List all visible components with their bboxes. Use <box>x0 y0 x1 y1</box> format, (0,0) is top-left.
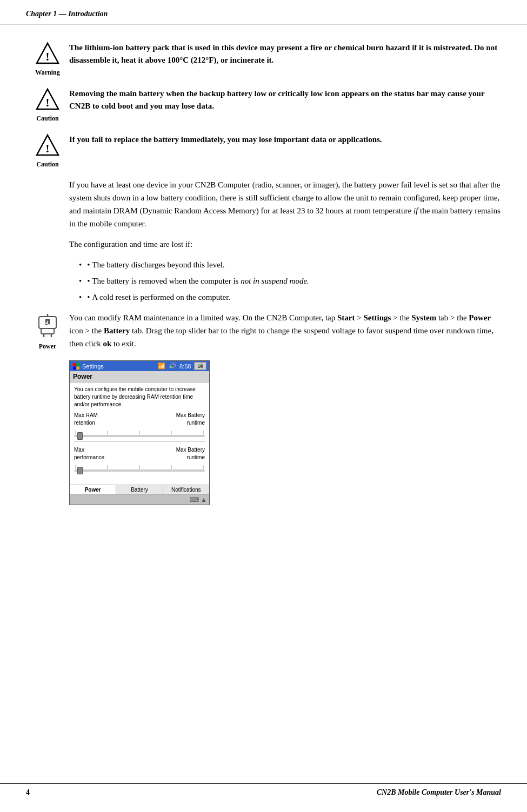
bullet-text-3: A cold reset is performed on the compute… <box>92 291 230 304</box>
caution1-icon-col: ! Caution <box>26 86 69 123</box>
screenshot-container: Settings 📶 🔊 8:58 ok Power You can confi… <box>69 360 501 505</box>
slider2-labels: Maxperformance Max Batteryruntime <box>74 446 205 461</box>
slider1-right-label: Max Batteryruntime <box>176 412 205 427</box>
list-item: • The battery is removed when the comput… <box>79 274 501 287</box>
warning-notice: ! Warning The lithium-ion battery pack t… <box>26 41 501 77</box>
system-bold: System <box>411 313 436 322</box>
svg-text:!: ! <box>45 96 49 109</box>
warning-label: Warning <box>35 69 59 77</box>
bullet-list: • The battery discharges beyond this lev… <box>79 258 501 304</box>
caution2-label: Caution <box>36 160 58 169</box>
caution1-text: Removing the main battery when the backu… <box>69 86 501 112</box>
battery-bold: Battery <box>104 326 130 335</box>
warning-text-content: The lithium-ion battery pack that is use… <box>69 43 497 64</box>
svg-rect-14 <box>77 363 80 366</box>
start-bold: Start <box>337 313 355 322</box>
svg-rect-7 <box>41 328 54 334</box>
caution2-icon: ! <box>35 133 60 158</box>
screenshot-titlebar: Settings 📶 🔊 8:58 ok <box>70 361 209 371</box>
screenshot-section: Power <box>70 371 209 382</box>
power-icon-col: Power <box>26 311 69 351</box>
list-item: • A cold reset is performed on the compu… <box>79 291 501 304</box>
italic-if: if <box>413 206 418 215</box>
screenshot-ok-btn[interactable]: ok <box>194 362 206 370</box>
not-in-suspend-italic: not in suspend mode. <box>241 277 309 285</box>
slider1-left-label: Max RAMretention <box>74 412 98 427</box>
windows-flag-icon <box>72 363 80 370</box>
bullet-text-2: The battery is removed when the computer… <box>92 274 309 287</box>
titlebar-right: 📶 🔊 8:58 ok <box>158 362 206 370</box>
warning-icon: ! <box>35 42 60 66</box>
tab-battery[interactable]: Battery <box>116 485 163 494</box>
slider1-thumb[interactable] <box>77 432 83 440</box>
screenshot-tabs: Power Battery Notifications <box>70 485 209 494</box>
bullet-dot: • <box>87 291 92 304</box>
chapter-title: Chapter 1 — Introduction <box>26 10 108 18</box>
body-paragraph: If you have at least one device in your … <box>69 178 501 230</box>
power-icon <box>34 312 62 340</box>
warning-icon-col: ! Warning <box>26 41 69 77</box>
ok-bold: ok <box>103 339 111 348</box>
bullet-text-1: The battery discharges beyond this level… <box>92 258 225 271</box>
tab-power[interactable]: Power <box>70 485 116 494</box>
caution2-icon-col: ! Caution <box>26 132 69 169</box>
caution1-label: Caution <box>36 115 58 123</box>
bullet-dot: • <box>87 274 92 287</box>
svg-text:!: ! <box>45 142 49 155</box>
power-label: Power <box>39 343 57 351</box>
warning-text: The lithium-ion battery pack that is use… <box>69 41 501 66</box>
settings-bold: Settings <box>363 313 391 322</box>
screenshot-footer-bar: ⌨ ▲ <box>70 494 209 505</box>
slider-divider <box>74 441 205 442</box>
main-content: ! Warning The lithium-ion battery pack t… <box>0 24 527 554</box>
slider2-left-label: Maxperformance <box>74 446 104 461</box>
power-bold: Power <box>469 313 491 322</box>
bullet-dot: • <box>87 258 92 271</box>
slider2-right-label: Max Batteryruntime <box>176 446 205 461</box>
page-footer: 4 CN2B Mobile Computer User's Manual <box>0 783 527 797</box>
footer-manual-title: CN2B Mobile Computer User's Manual <box>377 788 501 797</box>
svg-rect-13 <box>73 363 76 366</box>
tab-notifications[interactable]: Notifications <box>163 485 209 494</box>
caution2-text: If you fail to replace the battery immed… <box>69 132 501 146</box>
screenshot-time: 8:58 <box>179 363 191 370</box>
caution2-notice: ! Caution If you fail to replace the bat… <box>26 132 501 169</box>
signal-icon: 📶 <box>158 363 165 370</box>
svg-rect-16 <box>77 366 80 370</box>
keyboard-icon[interactable]: ⌨ ▲ <box>190 496 207 504</box>
slider1-labels: Max RAMretention Max Batteryruntime <box>74 412 205 427</box>
power-notice: Power You can modify RAM maintenance in … <box>26 311 501 351</box>
slider2-thumb[interactable] <box>77 467 83 474</box>
footer-page-number: 4 <box>26 788 30 797</box>
power-text: You can modify RAM maintenance in a limi… <box>69 311 501 350</box>
titlebar-left: Settings <box>72 363 104 370</box>
list-item: • The battery discharges beyond this lev… <box>79 258 501 271</box>
volume-icon: 🔊 <box>169 363 176 370</box>
caution2-text-content: If you fail to replace the battery immed… <box>69 135 382 144</box>
slider1-track <box>74 435 205 437</box>
slider2-ticks: ||||| <box>74 464 205 469</box>
svg-text:!: ! <box>45 50 49 63</box>
page-header: Chapter 1 — Introduction <box>0 0 527 24</box>
caution1-icon: ! <box>35 88 60 112</box>
screenshot-title: Settings <box>82 363 104 370</box>
config-lost-intro: The configuration and time are lost if: <box>69 238 501 251</box>
caution1-notice: ! Caution Removing the main battery when… <box>26 86 501 123</box>
screenshot-body: You can configure the mobile computer to… <box>70 382 209 485</box>
screenshot-box: Settings 📶 🔊 8:58 ok Power You can confi… <box>69 360 210 505</box>
slider1-ticks: ||||| <box>74 429 205 435</box>
svg-rect-15 <box>73 366 76 370</box>
screenshot-description: You can configure the mobile computer to… <box>74 386 205 408</box>
slider2-track <box>74 469 205 472</box>
caution1-text-content: Removing the main battery when the backu… <box>69 89 484 110</box>
